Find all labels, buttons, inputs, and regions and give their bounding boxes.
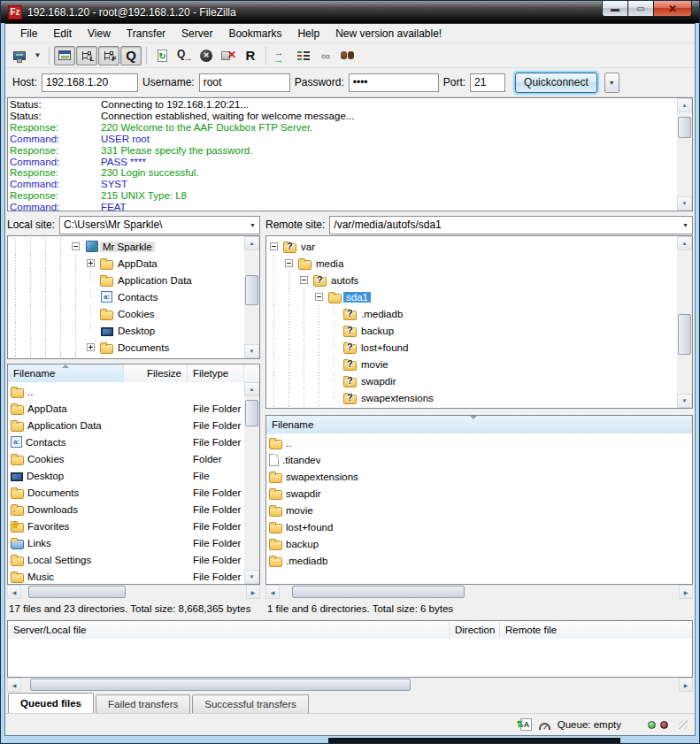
- file-row-downloads[interactable]: DownloadsFile Folder: [8, 501, 244, 518]
- file-row-backup[interactable]: backup: [266, 535, 692, 552]
- local-site-combobox[interactable]: C:\Users\Mr Sparkle\ ▼: [59, 216, 260, 234]
- process-queue-button[interactable]: Q→: [173, 46, 195, 65]
- scrollbar-thumb[interactable]: [678, 314, 691, 355]
- menu-item-help[interactable]: Help: [289, 25, 327, 42]
- scroll-up-icon[interactable]: ▲: [244, 236, 259, 250]
- column-header-filename[interactable]: Filename: [8, 364, 124, 382]
- file-row-desktop[interactable]: DesktopFile: [8, 467, 244, 484]
- scrollbar-thumb[interactable]: [28, 586, 126, 598]
- tree-item-contacts[interactable]: a:Contacts: [8, 288, 244, 305]
- file-row-cookies[interactable]: CookiesFolder: [8, 450, 244, 467]
- remote-tree-scrollbar[interactable]: ▲ ▼: [677, 236, 692, 408]
- menu-item-view[interactable]: View: [80, 25, 119, 42]
- tree-expander[interactable]: [312, 288, 327, 305]
- file-row-swapdir[interactable]: swapdir: [266, 485, 692, 502]
- scroll-down-icon[interactable]: ▼: [677, 196, 692, 211]
- expand-plus-icon[interactable]: [87, 259, 95, 267]
- file-row-swapextensions[interactable]: swapextensions: [266, 468, 692, 485]
- scrollbar-thumb[interactable]: [678, 117, 691, 138]
- tab-successful-transfers[interactable]: Successful transfers: [192, 694, 309, 713]
- tree-item-var[interactable]: var: [266, 238, 677, 255]
- tree-item-movie[interactable]: movie: [266, 356, 677, 372]
- toggle-remote-tree-button[interactable]: F: [98, 46, 119, 65]
- collapse-minus-icon[interactable]: [270, 242, 278, 250]
- tree-expander[interactable]: [296, 272, 312, 288]
- title-bar[interactable]: Fz 192.168.1.20 - root@192.168.1.20 - Fi…: [1, 1, 699, 23]
- menu-item-new-version-available[interactable]: New version available!: [327, 25, 450, 42]
- file-row-contacts[interactable]: a:ContactsFile Folder: [8, 433, 244, 450]
- scrollbar-thumb[interactable]: [245, 275, 258, 305]
- column-header-remote-file[interactable]: Remote file: [500, 621, 692, 639]
- username-input[interactable]: [199, 73, 290, 92]
- column-header-filetype[interactable]: Filetype: [188, 364, 244, 382]
- file-row-mediadb[interactable]: .mediadb: [266, 552, 692, 569]
- scroll-right-icon[interactable]: ▶: [679, 585, 693, 599]
- remote-pane-splitter[interactable]: [265, 409, 693, 415]
- scroll-up-icon[interactable]: ▲: [677, 236, 692, 250]
- tree-item-swapextensions[interactable]: swapextensions: [266, 389, 677, 406]
- menu-item-file[interactable]: File: [12, 25, 45, 42]
- menu-item-server[interactable]: Server: [173, 25, 220, 42]
- tab-queued-files[interactable]: Queued files: [8, 693, 94, 713]
- tree-item-application-data[interactable]: Application Data: [8, 272, 244, 288]
- tree-expander[interactable]: [83, 356, 98, 358]
- menu-item-bookmarks[interactable]: Bookmarks: [220, 25, 289, 42]
- find-files-button[interactable]: [337, 46, 358, 65]
- tab-failed-transfers[interactable]: Failed transfers: [96, 694, 190, 713]
- toggle-message-log-button[interactable]: [54, 46, 75, 65]
- scroll-down-icon[interactable]: ▼: [244, 570, 259, 584]
- file-row-lost-found[interactable]: lost+found: [266, 518, 692, 535]
- file-row-[interactable]: ..: [8, 383, 244, 400]
- tree-expander[interactable]: [83, 255, 98, 272]
- disconnect-button[interactable]: ✕: [218, 46, 239, 65]
- site-manager-dropdown[interactable]: ▼: [31, 46, 44, 65]
- tree-item-downloads[interactable]: Downloads: [8, 356, 244, 358]
- synchronized-browsing-button[interactable]: ∞: [315, 46, 336, 65]
- column-header-filename[interactable]: Filename: [266, 416, 692, 433]
- file-row-local-settings[interactable]: Local SettingsFile Folder: [8, 551, 244, 568]
- tree-item-mediadb[interactable]: .mediadb: [266, 305, 677, 322]
- collapse-minus-icon[interactable]: [72, 242, 80, 250]
- tree-item-appdata[interactable]: AppData: [8, 255, 244, 272]
- file-row-titandev[interactable]: .titandev: [266, 451, 692, 468]
- host-input[interactable]: [42, 73, 138, 92]
- menu-item-edit[interactable]: Edit: [45, 25, 80, 42]
- file-row-music[interactable]: MusicFile Folder: [8, 568, 244, 584]
- scroll-right-icon[interactable]: ▶: [246, 585, 260, 599]
- tree-item-backup[interactable]: backup: [266, 322, 677, 339]
- chevron-down-icon[interactable]: ▼: [246, 222, 259, 228]
- password-input[interactable]: [349, 73, 439, 92]
- quickconnect-button[interactable]: Quickconnect: [515, 73, 597, 93]
- data-type-indicator-icon[interactable]: [520, 718, 532, 731]
- scroll-left-icon[interactable]: ◀: [7, 585, 21, 599]
- tree-expander[interactable]: [266, 238, 281, 255]
- local-tree-scrollbar[interactable]: ▲ ▼: [244, 236, 259, 358]
- scroll-down-icon[interactable]: ▼: [677, 394, 692, 408]
- close-button[interactable]: ✕: [653, 1, 692, 17]
- scrollbar-thumb[interactable]: [292, 586, 465, 598]
- scroll-up-icon[interactable]: ▲: [677, 98, 692, 112]
- file-row-favorites[interactable]: FavoritesFile Folder: [8, 518, 244, 534]
- site-manager-button[interactable]: [9, 46, 30, 65]
- file-row-application-data[interactable]: Application DataFile Folder: [8, 417, 244, 433]
- tree-item-dvd[interactable]: dvd: [266, 406, 677, 408]
- scroll-up-icon[interactable]: ▲: [244, 382, 259, 396]
- tree-expander[interactable]: [83, 339, 98, 356]
- directory-listing-filters-button[interactable]: [293, 46, 314, 65]
- reconnect-button[interactable]: R: [240, 46, 261, 65]
- scrollbar-thumb[interactable]: [30, 679, 411, 691]
- scroll-down-icon[interactable]: ▼: [244, 344, 259, 358]
- chevron-down-icon[interactable]: ▼: [679, 222, 692, 228]
- refresh-button[interactable]: ↻: [151, 46, 173, 65]
- toggle-transfer-queue-button[interactable]: Q: [120, 46, 142, 65]
- file-row-documents[interactable]: DocumentsFile Folder: [8, 484, 244, 501]
- tree-item-mr-sparkle[interactable]: Mr Sparkle: [8, 238, 244, 255]
- toggle-local-tree-button[interactable]: L: [76, 46, 97, 65]
- port-input[interactable]: [470, 73, 505, 92]
- scrollbar-thumb[interactable]: [245, 400, 258, 426]
- cancel-operation-button[interactable]: ✕: [196, 46, 217, 65]
- maximize-button[interactable]: ▭: [627, 1, 653, 17]
- quickconnect-dropdown[interactable]: ▼: [604, 73, 619, 93]
- column-header-filesize[interactable]: Filesize: [124, 364, 188, 382]
- collapse-minus-icon[interactable]: [285, 259, 293, 267]
